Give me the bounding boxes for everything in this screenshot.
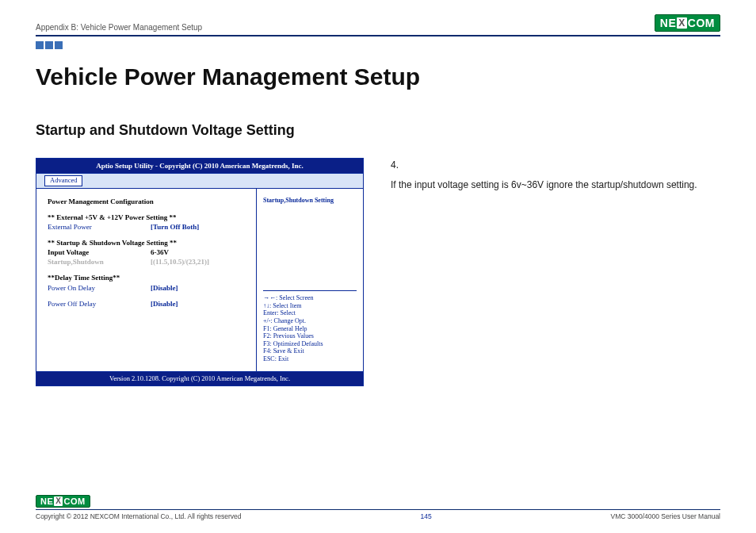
- bios-power-off-delay-label: Power Off Delay: [48, 299, 151, 309]
- section-title: Startup and Shutdown Voltage Setting: [36, 122, 720, 139]
- nexcom-logo: NE X COM: [655, 14, 720, 32]
- bios-title-bar: Aptio Setup Utility - Copyright (C) 2010…: [36, 159, 363, 173]
- bios-startup-value: [(11.5,10.5)/(23,21)]: [151, 257, 248, 266]
- bios-row-external-power: External Power [Turn Off Both]: [48, 222, 248, 232]
- instruction-column: 4. If the input voltage setting is 6v~36…: [391, 158, 720, 193]
- footer-copyright: Copyright © 2012 NEXCOM International Co…: [36, 512, 242, 520]
- bios-help-l4: +/-: Change Opt.: [263, 317, 357, 325]
- bios-power-on-delay-value: [Disable]: [151, 283, 248, 293]
- logo-part-left: NE: [660, 17, 676, 29]
- bios-screenshot: Aptio Setup Utility - Copyright (C) 2010…: [36, 158, 364, 386]
- bios-external-power-label: External Power: [48, 222, 151, 232]
- bios-help-keys: →←: Select Screen ↑↓: Select Item Enter:…: [263, 294, 357, 362]
- bios-input-voltage-label: Input Voltage: [48, 247, 151, 257]
- bios-external-power-value: [Turn Off Both]: [151, 222, 248, 232]
- footer-page-number: 145: [420, 512, 431, 520]
- bios-help-panel: Startup,Shutdown Setting →←: Select Scre…: [257, 189, 363, 371]
- logo-part-x: X: [677, 17, 687, 29]
- bios-help-l7: F3: Optimized Defaults: [263, 340, 357, 348]
- bios-row-power-on-delay: Power On Delay [Disable]: [48, 283, 248, 293]
- page-title: Vehicle Power Management Setup: [36, 63, 720, 90]
- bios-help-l9: ESC: Exit: [263, 355, 357, 363]
- bios-section-header: Power Management Configuration: [48, 197, 248, 206]
- bios-help-l3: Enter: Select: [263, 309, 357, 317]
- footer-rule: [36, 509, 720, 510]
- bios-tab-row: Advanced: [36, 173, 363, 188]
- step-number: 4.: [391, 158, 720, 173]
- footer-manual-name: VMC 3000/4000 Series User Manual: [611, 512, 720, 520]
- footer-logo-left: NE: [40, 497, 53, 506]
- bios-row-startup-shutdown: Startup,Shutdown [(11.5,10.5)/(23,21)]: [48, 257, 248, 266]
- bios-item-hint: Startup,Shutdown Setting: [263, 197, 357, 205]
- logo-part-right: COM: [688, 17, 715, 29]
- bios-power-on-delay-label: Power On Delay: [48, 283, 151, 293]
- bios-group1-header: ** External +5V & +12V Power Setting **: [48, 213, 248, 222]
- bios-main-panel: Power Management Configuration ** Extern…: [36, 189, 257, 371]
- bios-group3-header: **Delay Time Setting**: [48, 273, 248, 282]
- bios-startup-label: Startup,Shutdown: [48, 257, 151, 266]
- footer-logo-x: X: [54, 497, 63, 506]
- footer-logo-right: COM: [63, 497, 85, 506]
- bios-help-l6: F2: Previous Values: [263, 332, 357, 340]
- bios-help-l1: →←: Select Screen: [263, 294, 357, 302]
- footer-logo: NE X COM: [36, 495, 90, 508]
- bios-help-l5: F1: General Help: [263, 325, 357, 333]
- bios-footer: Version 2.10.1208. Copyright (C) 2010 Am…: [36, 371, 363, 385]
- header-rule: [36, 35, 720, 36]
- step-text: If the input voltage setting is 6v~36V i…: [391, 178, 720, 193]
- bios-row-input-voltage: Input Voltage 6-36V: [48, 247, 248, 257]
- bios-help-l2: ↑↓: Select Item: [263, 302, 357, 310]
- decorative-squares: [36, 41, 720, 49]
- bios-help-l8: F4: Save & Exit: [263, 347, 357, 355]
- bios-power-off-delay-value: [Disable]: [151, 299, 248, 309]
- bios-row-power-off-delay: Power Off Delay [Disable]: [48, 299, 248, 309]
- bios-help-divider: [263, 290, 357, 291]
- bios-group2-header: ** Startup & Shutdown Voltage Setting **: [48, 238, 248, 247]
- breadcrumb: Appendix B: Vehicle Power Management Set…: [36, 23, 202, 32]
- bios-tab-advanced: Advanced: [44, 175, 82, 186]
- bios-input-voltage-value: 6-36V: [151, 247, 248, 257]
